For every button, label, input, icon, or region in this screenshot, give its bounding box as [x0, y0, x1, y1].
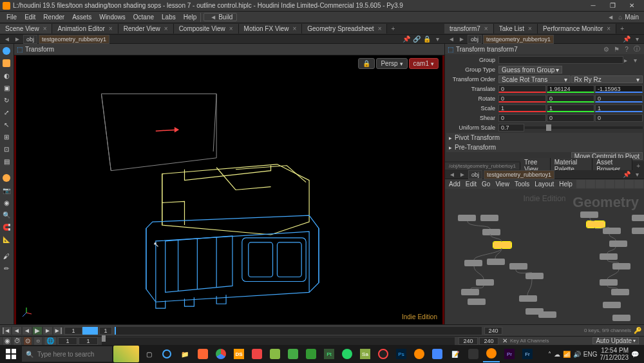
- path-geo[interactable]: testgeometry_rubbertoy1: [483, 35, 554, 44]
- tab-close-icon[interactable]: ×: [292, 25, 296, 32]
- info-icon[interactable]: ⓘ: [632, 44, 641, 54]
- flag-icon[interactable]: ⚑: [612, 44, 621, 54]
- nav-back-button[interactable]: ◄: [447, 35, 456, 43]
- taskbar-app[interactable]: [285, 346, 301, 362]
- tool-brush[interactable]: 🖌: [0, 250, 13, 262]
- network-node[interactable]: [632, 228, 644, 234]
- taskbar-blender[interactable]: [411, 346, 428, 362]
- tab-close-icon[interactable]: ×: [607, 25, 611, 32]
- menu-windows[interactable]: Windows: [95, 12, 129, 22]
- taskbar-whatsapp[interactable]: [339, 346, 355, 362]
- link-icon[interactable]: 🔗: [412, 35, 421, 43]
- network-node[interactable]: [458, 215, 476, 221]
- network-node[interactable]: [603, 228, 621, 234]
- tool-camera[interactable]: 📷: [0, 184, 13, 196]
- goto-end-button[interactable]: ►|: [53, 326, 63, 335]
- key-all-label[interactable]: Key All Channels: [510, 338, 590, 344]
- rotate-y-field[interactable]: 0: [547, 95, 594, 103]
- key-icon[interactable]: 🔑: [634, 327, 641, 334]
- taskbar-explorer[interactable]: 📁: [176, 346, 193, 362]
- network-node[interactable]: [464, 260, 482, 266]
- camera-badge[interactable]: cam1 ▾: [409, 58, 439, 69]
- menu-octane[interactable]: Octane: [129, 12, 158, 22]
- tray-lang[interactable]: ENG: [583, 351, 598, 358]
- taskbar-search[interactable]: 🔍 Type here to search: [22, 346, 112, 362]
- chevron-right-icon[interactable]: ▸: [624, 57, 633, 64]
- net-menu-add[interactable]: Add: [448, 181, 462, 188]
- tab-transform7[interactable]: transform7×: [444, 24, 494, 34]
- step-fwd-button[interactable]: ►: [43, 326, 53, 335]
- tool-lights[interactable]: [0, 172, 13, 184]
- network-node[interactable]: [468, 299, 486, 305]
- network-node[interactable]: [509, 263, 527, 270]
- menu-file[interactable]: File: [3, 12, 21, 22]
- network-node[interactable]: [612, 315, 630, 321]
- tab-animation-editor[interactable]: Animation Editor×: [52, 24, 118, 34]
- taskbar-app[interactable]: Pt: [321, 346, 337, 362]
- shear-z-field[interactable]: 0: [595, 114, 643, 122]
- menu-icon[interactable]: ▾: [634, 57, 643, 64]
- step-back-button[interactable]: ◄: [12, 326, 22, 335]
- shear-x-field[interactable]: 0: [498, 114, 546, 122]
- frame-field[interactable]: 1: [79, 337, 98, 345]
- range-end2-field[interactable]: 240: [479, 337, 498, 345]
- network-node[interactable]: [609, 240, 627, 247]
- tool-move[interactable]: ▣: [0, 82, 13, 93]
- tool-snap[interactable]: ⊞: [0, 131, 13, 142]
- menu-assets[interactable]: Assets: [68, 12, 95, 22]
- tool-arrow[interactable]: ↖: [0, 119, 13, 130]
- rotation-order-dropdown[interactable]: Rx Ry Rz ▾: [571, 75, 643, 83]
- tab-close-icon[interactable]: ×: [43, 25, 47, 32]
- network-node[interactable]: [600, 253, 618, 260]
- menu-labs[interactable]: Labs: [158, 12, 180, 22]
- tab-composite-view[interactable]: Composite View×: [174, 24, 239, 34]
- current-frame-field[interactable]: 1: [99, 327, 112, 335]
- tray-volume-icon[interactable]: 🔊: [573, 351, 581, 358]
- taskbar-app[interactable]: [249, 346, 265, 362]
- lock-badge[interactable]: 🔒: [358, 58, 375, 69]
- net-tool-icon[interactable]: [586, 180, 595, 188]
- key-toggle[interactable]: ○: [33, 337, 43, 346]
- tool-lasso[interactable]: ◐: [0, 70, 13, 81]
- tool-select[interactable]: [0, 57, 13, 69]
- tab-render-view[interactable]: Render View×: [118, 24, 174, 34]
- tab-add-button[interactable]: +: [632, 161, 644, 171]
- network-node[interactable]: [611, 289, 629, 295]
- taskbar-app[interactable]: [375, 346, 392, 362]
- anim-toggle[interactable]: ◉: [3, 337, 12, 346]
- taskbar-cortana[interactable]: [158, 346, 175, 362]
- taskbar-chrome[interactable]: [213, 346, 229, 362]
- group-field[interactable]: [498, 56, 623, 64]
- global-toggle[interactable]: 🌐: [44, 337, 57, 346]
- tab-motion-fx[interactable]: Motion FX View×: [239, 24, 303, 34]
- network-node[interactable]: [480, 215, 498, 221]
- net-tool-icon[interactable]: [625, 180, 634, 188]
- net-tool-icon[interactable]: [576, 180, 585, 188]
- tab-take-list[interactable]: Take List×: [494, 24, 538, 34]
- net-menu-layout[interactable]: Layout: [533, 181, 555, 188]
- auto-update-dropdown[interactable]: Auto Update ▾: [592, 337, 639, 344]
- tab-add-button[interactable]: +: [616, 24, 628, 34]
- net-tool-icon[interactable]: [615, 180, 624, 188]
- nav-fwd-button[interactable]: ►: [457, 35, 466, 43]
- transform-order-dropdown[interactable]: Scale Rot Trans ▾: [498, 75, 571, 83]
- network-node[interactable]: [519, 295, 537, 302]
- net-menu-tools[interactable]: Tools: [513, 181, 531, 188]
- scale-x-field[interactable]: 1: [498, 104, 546, 112]
- tab-close-icon[interactable]: ×: [528, 25, 532, 32]
- network-node[interactable]: [580, 211, 598, 218]
- network-node[interactable]: [461, 289, 479, 295]
- taskbar-fresco[interactable]: Fr: [519, 346, 536, 362]
- pin-icon[interactable]: 📌: [622, 35, 631, 43]
- network-node[interactable]: [526, 273, 544, 279]
- net-tool-icon[interactable]: [596, 180, 605, 188]
- range-slider[interactable]: [102, 337, 455, 345]
- menu-edit[interactable]: Edit: [21, 12, 39, 22]
- net-menu-edit[interactable]: Edit: [464, 181, 478, 188]
- play-back-button[interactable]: ◄: [22, 326, 32, 335]
- taskbar-brave[interactable]: [194, 346, 211, 362]
- tray-wifi-icon[interactable]: 📶: [563, 351, 571, 358]
- viewport[interactable]: ↖ 🔒 Persp ▾ cam1 ▾ Indie Edition: [14, 55, 444, 324]
- help-icon[interactable]: ?: [622, 44, 631, 54]
- nav-fwd-button[interactable]: ►: [13, 35, 22, 43]
